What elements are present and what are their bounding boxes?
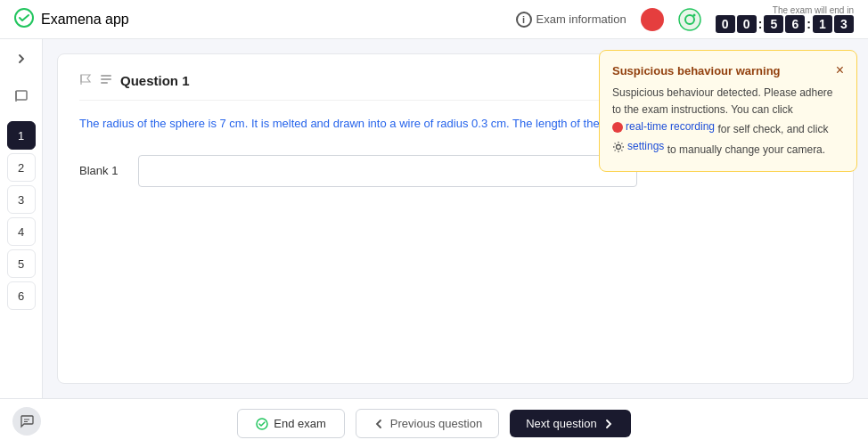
timer-container: The exam will end in 0 0 : 5 6 : 1 3 bbox=[716, 5, 854, 33]
content-area: Question 1 The radius of the sphere is 7… bbox=[43, 39, 868, 398]
record-button[interactable] bbox=[641, 8, 664, 31]
svg-rect-7 bbox=[101, 75, 111, 77]
question-type-icon bbox=[99, 72, 113, 89]
info-icon: i bbox=[516, 12, 532, 28]
end-exam-button[interactable]: End exam bbox=[237, 409, 345, 438]
header-left: Examena app bbox=[14, 8, 129, 31]
question-nav-item-3[interactable]: 3 bbox=[7, 185, 36, 214]
blank-input-field[interactable] bbox=[138, 155, 637, 187]
recording-label: real-time recording bbox=[626, 118, 715, 135]
warning-recording-link[interactable]: real-time recording bbox=[612, 118, 715, 135]
header-right: i Exam information The exam will end in … bbox=[516, 5, 855, 33]
timer-h1: 0 bbox=[716, 15, 735, 33]
timer-m1: 5 bbox=[764, 15, 783, 33]
svg-point-1 bbox=[679, 9, 700, 30]
timer-label: The exam will end in bbox=[773, 5, 854, 15]
warning-settings-link[interactable]: settings bbox=[612, 138, 664, 155]
sidebar-expand-button[interactable] bbox=[9, 46, 34, 71]
bottom-bar: End exam Previous question Next question bbox=[0, 398, 868, 448]
timer-s1: 1 bbox=[813, 15, 832, 33]
svg-rect-4 bbox=[16, 91, 27, 100]
sidebar: 1 2 3 4 5 6 bbox=[0, 39, 43, 398]
timer-colon-2: : bbox=[807, 17, 811, 31]
recording-dot-icon bbox=[612, 122, 623, 133]
svg-rect-9 bbox=[101, 82, 108, 84]
svg-point-10 bbox=[617, 144, 621, 149]
app-logo-icon bbox=[14, 8, 34, 31]
warning-popup: Suspicious behaviour warning × Suspiciou… bbox=[599, 50, 857, 172]
timer-h2: 0 bbox=[737, 15, 757, 33]
exam-info-button[interactable]: i Exam information bbox=[516, 12, 626, 28]
warning-title: Suspicious behaviour warning bbox=[612, 64, 781, 77]
blank-row-label: Blank 1 bbox=[79, 164, 124, 177]
next-question-button[interactable]: Next question bbox=[510, 410, 631, 437]
svg-rect-8 bbox=[101, 78, 111, 80]
question-nav-item-4[interactable]: 4 bbox=[7, 217, 36, 246]
timer-digits: 0 0 : 5 6 : 1 3 bbox=[716, 15, 854, 33]
settings-label: settings bbox=[627, 138, 664, 155]
camera-button[interactable] bbox=[678, 8, 701, 31]
warning-text-3: to manually change your camera. bbox=[667, 143, 825, 156]
app-header: Examena app i Exam information The exam … bbox=[0, 0, 868, 39]
question-nav: 1 2 3 4 5 6 bbox=[7, 121, 36, 310]
sidebar-flag-button[interactable] bbox=[7, 82, 36, 110]
question-nav-item-2[interactable]: 2 bbox=[7, 153, 36, 182]
main-area: 1 2 3 4 5 6 bbox=[0, 39, 868, 398]
warning-header: Suspicious behaviour warning × bbox=[612, 63, 844, 77]
question-nav-item-6[interactable]: 6 bbox=[7, 281, 36, 310]
warning-text-1: Suspicious behaviour detected. Please ad… bbox=[612, 86, 833, 116]
question-nav-item-1[interactable]: 1 bbox=[7, 121, 36, 150]
question-title: Question 1 bbox=[120, 73, 190, 88]
end-exam-label: End exam bbox=[274, 417, 326, 430]
question-text-part1: The radius of the sphere is 7 cm. It is … bbox=[79, 117, 635, 130]
prev-label: Previous question bbox=[390, 417, 482, 430]
app-title: Examena app bbox=[41, 12, 129, 28]
warning-close-button[interactable]: × bbox=[836, 63, 844, 77]
next-label: Next question bbox=[526, 417, 597, 430]
chat-button[interactable] bbox=[12, 407, 41, 436]
timer-s2: 3 bbox=[834, 15, 854, 33]
question-nav-item-5[interactable]: 5 bbox=[7, 249, 36, 278]
flag-icon[interactable] bbox=[79, 73, 92, 88]
svg-point-3 bbox=[692, 13, 695, 16]
timer-m2: 6 bbox=[785, 15, 805, 33]
exam-info-label: Exam information bbox=[536, 12, 626, 26]
warning-text-2: for self check, and click bbox=[717, 123, 828, 135]
timer-colon-1: : bbox=[758, 17, 763, 31]
warning-body: Suspicious behaviour detected. Please ad… bbox=[612, 85, 844, 159]
prev-question-button[interactable]: Previous question bbox=[356, 409, 499, 438]
